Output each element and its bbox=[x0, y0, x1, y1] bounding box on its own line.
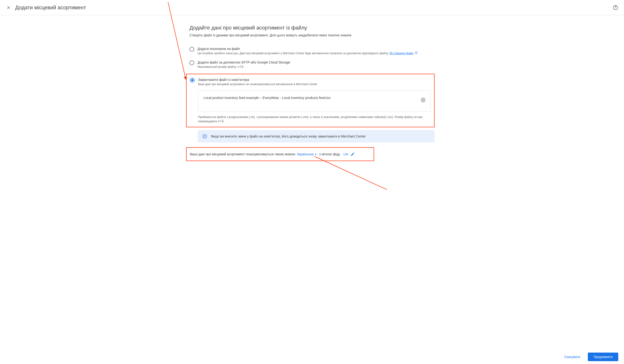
remove-file-button[interactable] bbox=[420, 97, 426, 103]
caret-down-icon: ▼ bbox=[314, 153, 317, 156]
annotation-highlight-language: Ваші дані про місцевий асортимент показу… bbox=[186, 147, 374, 161]
close-button[interactable] bbox=[6, 5, 11, 10]
file-format-note: Приймаються файли з роздільниками (.txt)… bbox=[198, 115, 431, 124]
radio-label-upload: Завантажити файл із комп'ютера bbox=[198, 78, 431, 82]
language-prefix: Ваші дані про місцевий асортимент показу… bbox=[190, 152, 296, 156]
svg-rect-3 bbox=[205, 136, 205, 137]
radio-sub-add-link: Це потрібно зробити лише раз. Дані про м… bbox=[198, 52, 435, 55]
svg-point-2 bbox=[205, 135, 205, 136]
radio-item-add-link[interactable]: Додати посилання на файл Це потрібно зро… bbox=[189, 47, 435, 55]
info-banner: Якщо ви внесете зміни у файл на комп'юте… bbox=[198, 130, 435, 143]
edit-feed-label-button[interactable] bbox=[351, 152, 355, 156]
dialog-title: Додати місцевий асортимент bbox=[15, 4, 613, 11]
help-icon bbox=[613, 5, 618, 10]
how-to-create-link[interactable]: Як створити файл bbox=[389, 52, 413, 55]
annotation-highlight-upload: Завантажити файл із комп'ютера Ваші дані… bbox=[186, 74, 435, 128]
uploaded-file-name: Local product inventory feed example – E… bbox=[204, 96, 331, 100]
main-content: Додайте дані про місцевий асортимент із … bbox=[189, 15, 435, 190]
radio-label-add-link: Додати посилання на файл bbox=[198, 47, 435, 51]
svg-line-5 bbox=[314, 156, 421, 190]
radio-item-upload[interactable]: Завантажити файл із комп'ютера Ваші дані… bbox=[190, 78, 431, 124]
pencil-icon bbox=[351, 152, 355, 156]
radio-item-sftp[interactable]: Додати файл за допомогою SFTP або Google… bbox=[189, 60, 435, 69]
remove-circle-icon bbox=[420, 97, 426, 103]
language-row: Ваші дані про місцевий асортимент показу… bbox=[190, 152, 370, 156]
radio-sub-upload: Ваші дані про місцевий асортимент не оно… bbox=[198, 82, 431, 86]
radio-label-sftp: Додати файл за допомогою SFTP або Google… bbox=[198, 60, 435, 64]
section-description: Створіть файл із даними про місцевий асо… bbox=[189, 33, 435, 37]
uploaded-file-card: Local product inventory feed example – E… bbox=[198, 90, 431, 112]
feed-label-text: з міткою фіду bbox=[319, 152, 340, 156]
help-button[interactable] bbox=[613, 5, 618, 10]
radio-input-add-link[interactable] bbox=[189, 47, 194, 52]
radio-input-upload[interactable] bbox=[190, 78, 195, 82]
close-icon bbox=[6, 5, 11, 10]
section-title: Додайте дані про місцевий асортимент із … bbox=[189, 25, 435, 31]
radio-sub-sftp: Максимальний розмір файлу: 4 ГБ bbox=[198, 65, 435, 69]
info-icon bbox=[202, 134, 207, 139]
feed-label-value: UA bbox=[343, 152, 348, 156]
radio-input-sftp[interactable] bbox=[189, 60, 194, 65]
external-link-icon bbox=[415, 52, 418, 54]
radio-group-source: Додати посилання на файл Це потрібно зро… bbox=[189, 47, 435, 161]
language-select[interactable]: Українська ▼ bbox=[297, 152, 317, 156]
info-text: Якщо ви внесете зміни у файл на комп'юте… bbox=[211, 134, 366, 138]
dialog-header: Додати місцевий асортимент bbox=[0, 0, 624, 15]
